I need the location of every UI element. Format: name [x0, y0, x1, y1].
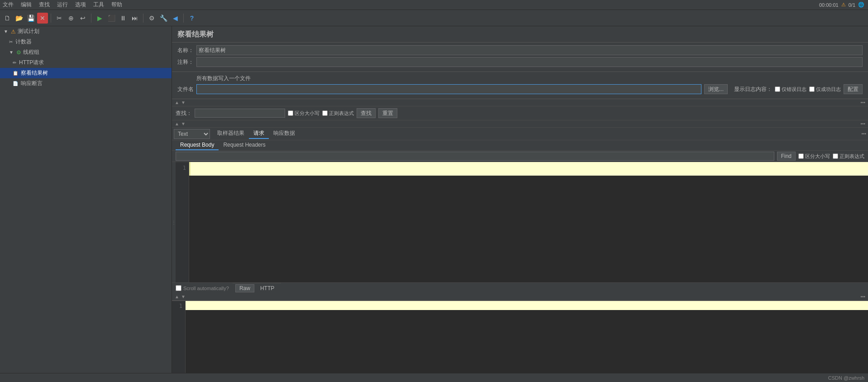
- search-label: 查找：: [176, 110, 192, 117]
- search-input[interactable]: [195, 109, 285, 118]
- dark-area[interactable]: [189, 176, 868, 282]
- tab-dots: •••: [861, 131, 866, 136]
- sidebar-item-result-tree[interactable]: 📋 察看结果树: [0, 68, 172, 78]
- configure-btn[interactable]: 配置: [844, 84, 863, 94]
- name-input[interactable]: [196, 45, 863, 55]
- thread-group-label: 线程组: [23, 48, 39, 56]
- toolbar-stop[interactable]: ⬛: [106, 13, 117, 24]
- tab-response-data[interactable]: 响应数据: [269, 129, 300, 139]
- sub-tab-request-body[interactable]: Request Body: [176, 140, 219, 150]
- case-sensitive-checkbox[interactable]: [288, 110, 293, 116]
- toolbar-close[interactable]: ✕: [37, 13, 48, 24]
- success-only-checkbox[interactable]: [809, 86, 815, 92]
- bottom-content: [186, 301, 868, 373]
- case-sensitive-label[interactable]: 区分大小写: [288, 110, 320, 117]
- toolbar-add[interactable]: 🔧: [158, 13, 169, 24]
- result-tree-icon: 📋: [13, 71, 18, 76]
- menu-run[interactable]: 运行: [56, 1, 69, 9]
- toolbar-help[interactable]: ?: [186, 13, 197, 24]
- section-header-3[interactable]: ▲ ▼ •••: [172, 293, 868, 301]
- sidebar-item-counter[interactable]: ✂ 计数器: [0, 37, 172, 47]
- toolbar-undo[interactable]: ↩: [77, 13, 88, 24]
- comment-input[interactable]: [196, 57, 863, 67]
- bottom-code: 1: [172, 301, 868, 373]
- arrow-up-3: ▲: [175, 294, 179, 299]
- menu-tools[interactable]: 工具: [92, 1, 105, 9]
- find-btn[interactable]: 查找: [357, 108, 376, 118]
- drag-handle-left[interactable]: ⋮: [172, 162, 176, 282]
- case-sensitive2-label[interactable]: 区分大小写: [798, 153, 830, 160]
- file-input[interactable]: [196, 84, 701, 94]
- file-name-row: 文件名 浏览... 显示日志内容： 仅错误日志 仅成功日志 配置: [177, 84, 863, 94]
- sidebar-item-thread-group[interactable]: ▼ ⚙ 线程组: [0, 47, 172, 57]
- file-section: 所有数据写入一个文件 文件名 浏览... 显示日志内容： 仅错误日志 仅成功日志…: [172, 72, 868, 99]
- section-header-2[interactable]: ▲ ▼ •••: [172, 120, 868, 128]
- line-1: 1: [178, 164, 186, 172]
- watermark: CSDN @zwhrsh: [828, 375, 864, 381]
- sidebar: ▼ ⚠ 测试计划 ✂ 计数器 ▼ ⚙ 线程组 ✏ HTTP请求 📋 察看结果树 …: [0, 26, 172, 373]
- regex-checkbox[interactable]: [322, 110, 328, 116]
- scroll-auto-checkbox[interactable]: [176, 285, 181, 291]
- sep2: [91, 14, 91, 23]
- scroll-msg: Scroll automatically?: [172, 283, 233, 293]
- toolbar-run[interactable]: ▶: [94, 13, 105, 24]
- name-label: 名称：: [177, 47, 194, 54]
- toolbar-new[interactable]: 🗋: [2, 13, 13, 24]
- warning-badge: ⚠: [11, 29, 16, 35]
- menu-options[interactable]: 选项: [74, 1, 87, 9]
- regex2-label[interactable]: 正则表达式: [833, 153, 864, 160]
- sidebar-item-test-plan[interactable]: ▼ ⚠ 测试计划: [0, 26, 172, 37]
- browse-btn[interactable]: 浏览...: [704, 84, 728, 94]
- counter-icon: ✂: [9, 39, 13, 44]
- reset-btn[interactable]: 重置: [378, 108, 397, 118]
- format-tab-raw[interactable]: Raw: [235, 284, 254, 292]
- menu-edit[interactable]: 编辑: [20, 1, 33, 9]
- arrow-down-1: ▼: [181, 100, 186, 105]
- format-dropdown[interactable]: Text HTML JSON XML: [174, 129, 210, 139]
- assertion-label: 响应断言: [21, 80, 43, 87]
- panel-title: 察看结果树: [172, 26, 868, 43]
- search-row: 查找： 区分大小写 正则表达式 查找 重置: [172, 106, 868, 120]
- sidebar-item-http-request[interactable]: ✏ HTTP请求: [0, 57, 172, 68]
- menu-find[interactable]: 查找: [38, 1, 51, 9]
- format-tabs: Raw HTTP: [233, 283, 281, 293]
- menu-bar: 文件 编辑 查找 运行 选项 工具 帮助: [0, 0, 868, 10]
- toolbar-copy[interactable]: ⊕: [66, 13, 76, 24]
- code-content: [189, 162, 868, 282]
- menu-file[interactable]: 文件: [2, 1, 14, 9]
- comment-row: 注释：: [177, 57, 863, 67]
- regex-label[interactable]: 正则表达式: [322, 110, 354, 117]
- errors-only-checkbox[interactable]: [775, 86, 780, 92]
- toolbar-pause[interactable]: ⏸: [118, 13, 129, 24]
- arrow-up-2: ▲: [175, 121, 179, 126]
- http-label: HTTP请求: [19, 59, 44, 67]
- bottom-bar: Scroll automatically? Raw HTTP: [172, 282, 868, 293]
- sub-tab-request-headers[interactable]: Request Headers: [219, 140, 270, 150]
- toolbar-save[interactable]: 💾: [25, 13, 36, 24]
- find-input[interactable]: [176, 152, 774, 161]
- case-sensitive2-checkbox[interactable]: [798, 153, 804, 159]
- sub-tabs: Request Body Request Headers: [172, 140, 868, 151]
- sidebar-item-assertion[interactable]: 📄 响应断言: [0, 78, 172, 89]
- section-header-1[interactable]: ▲ ▼ •••: [172, 99, 868, 106]
- line-numbers: 1: [176, 162, 189, 282]
- find-btn-2[interactable]: Find: [777, 152, 796, 161]
- toolbar-cut[interactable]: ✂: [54, 13, 65, 24]
- assertion-icon: 📄: [13, 81, 18, 86]
- toolbar-open[interactable]: 📂: [14, 13, 24, 24]
- format-tab-http[interactable]: HTTP: [256, 284, 278, 292]
- toolbar-settings[interactable]: ⚙: [146, 13, 157, 24]
- errors-check-label[interactable]: 仅错误日志: [775, 86, 806, 93]
- menu-help[interactable]: 帮助: [110, 1, 123, 9]
- dots-2: •••: [860, 121, 865, 126]
- tab-sampler-results[interactable]: 取样器结果: [213, 129, 249, 139]
- toolbar-remove[interactable]: ◀: [170, 13, 181, 24]
- toolbar-step[interactable]: ⏭: [129, 13, 140, 24]
- success-check-label[interactable]: 仅成功日志: [809, 86, 841, 93]
- log-display-label: 显示日志内容：: [734, 86, 772, 93]
- regex2-checkbox[interactable]: [833, 153, 838, 159]
- comment-label: 注释：: [177, 58, 194, 66]
- content-area: Text HTML JSON XML 取样器结果 请求 响应数据 ••• Req…: [172, 128, 868, 373]
- all-data-label: 所有数据写入一个文件: [196, 75, 251, 82]
- tab-request[interactable]: 请求: [249, 129, 269, 139]
